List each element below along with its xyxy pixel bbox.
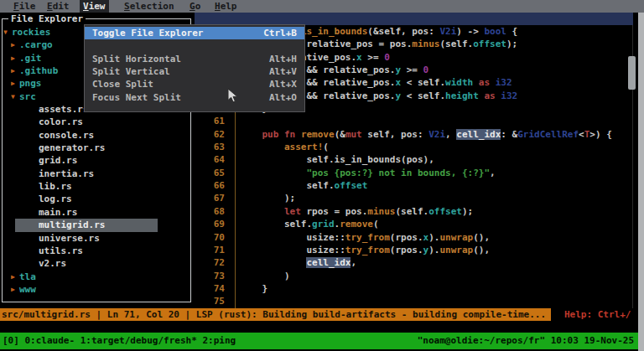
menu-item-label: Focus Next Split [92,91,181,104]
tree-item-label: rockies [12,27,50,38]
menu-item-label: Toggle File Explorer [92,27,203,39]
menu-item-shortcut: Alt+V [269,65,297,78]
code-line-73[interactable]: 73 ) [195,270,612,282]
folder-open-arrow-icon: ▼ [3,26,12,39]
menubar-item-edit[interactable]: Edit [47,0,70,13]
tree-item-label: .github [19,65,58,76]
code-text: self.grid.remove( [235,218,379,230]
menu-item-shortcut: Alt+H [269,53,297,65]
menubar-item-go[interactable]: Go [190,0,200,13]
file-item-utils.rs[interactable]: utils.rs [15,245,158,257]
code-text [235,295,240,307]
tree-item-label: .git [19,53,42,64]
tree-item-label: .cargo [19,39,53,50]
file-item-grid.rs[interactable]: grid.rs [15,154,158,167]
menubar-item-view[interactable]: View [80,0,109,13]
folder-closed-arrow-icon: ▶ [11,52,19,65]
code-line-72[interactable]: 72 cell_idx, [195,256,612,269]
tmux-session-info: "noam@oldie:~/repos/fr" 10:03 19-Nov-25 [418,333,634,349]
file-item-lib.rs[interactable]: lib.rs [15,180,158,193]
code-line-68[interactable]: 68 let rpos = pos.minus(self.offset); [195,205,612,218]
code-line-64[interactable]: 64 self.is_in_bounds(pos), [195,153,612,166]
line-number: 74 [195,282,235,295]
folder-closed-arrow-icon: ▶ [11,271,19,283]
file-item-v2.rs[interactable]: v2.rs [15,257,158,270]
code-line-70[interactable]: 70 usize::try_from(rpos.x).unwrap(), [195,231,612,244]
code-line-62[interactable]: 62 pub fn remove(&mut self, pos: V2i, ce… [195,128,612,141]
tree-item-label: utils.rs [39,245,83,256]
tree-item-label: universe.rs [39,233,100,244]
menu-item-label: Close Split [92,78,153,90]
code-text: "pos {pos:?} not in bounds, {:?}", [235,167,496,179]
menubar-item-file[interactable]: File [13,0,36,13]
status-bar: src/multigrid.rs | Ln 71, Col 20 | LSP (… [0,308,551,321]
line-number: 70 [195,231,235,244]
menu-item-split-vertical[interactable]: Split VerticalAlt+V [85,65,304,78]
tmux-status-bar: [0] 0:claude- 1:target/debug/fresh* 2:pi… [0,333,644,349]
status-left: src/multigrid.rs | Ln 71, Col 20 | LSP (… [2,309,546,320]
menu-item-toggle-file-explorer[interactable]: Toggle File ExplorerCtrl+B [85,27,304,39]
code-text: self.is_in_bounds(pos), [235,153,434,166]
code-line-74[interactable]: 74 } [195,282,612,295]
menu-separator [85,39,304,52]
code-text: usize::try_from(rpos.y).unwrap(), [235,244,490,256]
tmux-window-list[interactable]: [0] 0:claude- 1:target/debug/fresh* 2:pi… [3,333,236,349]
folder-item-tla[interactable]: ▶tla [0,271,191,283]
code-text: ) [235,270,290,282]
code-text: ); [235,192,295,204]
menu-item-focus-next-split[interactable]: Focus Next SplitAlt+O [85,91,304,104]
terminal-scrollbar[interactable] [638,13,644,351]
folder-closed-arrow-icon: ▶ [11,39,19,51]
code-line-67[interactable]: 67 ); [195,192,612,204]
line-number: 61 [195,115,235,127]
menu-item-shortcut: Ctrl+B [263,27,297,39]
code-text: assert!( [235,141,329,153]
code-text: usize::try_from(rpos.x).unwrap(), [235,231,490,244]
file-item-log.rs[interactable]: log.rs [15,193,158,205]
view-menu: Toggle File ExplorerCtrl+BSplit Horizont… [84,24,305,112]
code-line-75[interactable]: 75 [195,295,612,307]
file-item-multigrid.rs[interactable]: multigrid.rs [15,219,158,231]
file-item-generator.rs[interactable]: generator.rs [15,142,158,154]
line-number: 65 [195,167,235,179]
folder-closed-arrow-icon: ▶ [11,283,19,296]
folder-item-www[interactable]: ▶www [0,283,191,296]
file-item-color.rs[interactable]: color.rs [15,116,158,128]
menubar-item-selection[interactable]: Selection [124,0,174,13]
code-text [235,115,240,127]
folder-closed-arrow-icon: ▶ [11,77,19,90]
tree-item-label: src [19,91,36,102]
editor-scrollbar-thumb[interactable] [628,56,636,90]
tree-item-label: tla [19,271,36,282]
tree-item-label: inertia.rs [39,168,94,179]
tree-item-label: console.rs [39,130,94,141]
line-number: 68 [195,205,235,218]
status-help: Help: Ctrl+/ [564,308,631,321]
code-line-63[interactable]: 63 assert!( [195,141,612,153]
file-item-universe.rs[interactable]: universe.rs [15,232,158,245]
menu-item-label: Split Vertical [92,65,170,78]
line-number: 75 [195,295,235,307]
tree-item-label: multigrid.rs [39,219,105,230]
menu-item-label: Split Horizontal [92,53,181,65]
tree-item-label: generator.rs [39,142,105,153]
folder-open-arrow-icon: ▼ [11,90,19,103]
file-item-console.rs[interactable]: console.rs [15,129,158,142]
menu-item-close-split[interactable]: Close SplitAlt+X [85,78,304,90]
line-number: 63 [195,141,235,153]
menu-item-shortcut: Alt+X [269,78,297,90]
file-item-main.rs[interactable]: main.rs [15,206,158,219]
code-line-69[interactable]: 69 self.grid.remove( [195,218,612,230]
code-line-65[interactable]: 65 "pos {pos:?} not in bounds, {:?}", [195,167,612,179]
code-line-71[interactable]: 71 usize::try_from(rpos.y).unwrap(), [195,244,612,256]
line-number: 69 [195,218,235,230]
menubar: FileEditViewSelectionGoHelp [0,0,644,13]
line-number: 72 [195,256,235,269]
mouse-cursor-icon [227,88,238,103]
tree-item-label: grid.rs [39,155,77,166]
code-line-61[interactable]: 61 [195,115,612,127]
file-item-inertia.rs[interactable]: inertia.rs [15,168,158,180]
menubar-item-help[interactable]: Help [215,0,237,13]
menu-item-split-horizontal[interactable]: Split HorizontalAlt+H [85,53,304,65]
code-line-66[interactable]: 66 self.offset [195,179,612,192]
